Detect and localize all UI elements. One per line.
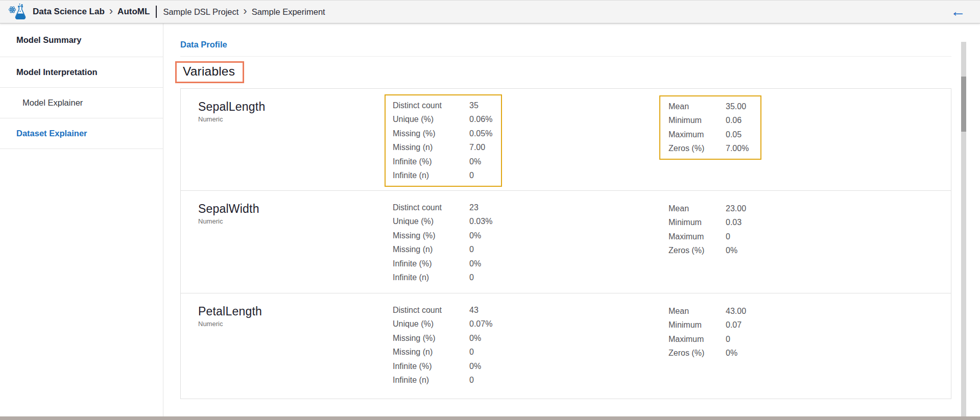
stat-label: Infinite (%) — [393, 362, 469, 371]
stat-label: Maximum — [668, 335, 726, 344]
stat-value: 0 — [469, 376, 474, 385]
summary-stats-group: Mean43.00 Minimum0.07 Maximum0 Zeros (%)… — [659, 300, 761, 364]
counts-stats-column: Distinct count43 Unique (%)0.07% Missing… — [385, 293, 659, 399]
chevron-right-icon: › — [109, 6, 113, 18]
vertical-scrollbar-track[interactable] — [961, 42, 966, 416]
stat-label: Unique (%) — [393, 319, 469, 329]
stat-value: 0% — [469, 259, 481, 268]
stat-value: 0% — [726, 246, 737, 255]
app-header: Data Science Lab › AutoML Sample DSL Pro… — [0, 0, 980, 23]
summary-stats-highlight-box: Mean35.00 Minimum0.06 Maximum0.05 Zeros … — [659, 95, 761, 160]
variable-name: SepalLength — [198, 100, 385, 114]
stat-label: Missing (n) — [393, 143, 469, 152]
stat-value: 0 — [726, 232, 730, 241]
stat-value: 0 — [469, 348, 474, 357]
variable-name: PetalLength — [198, 305, 385, 318]
variable-name: SepalWidth — [198, 202, 385, 216]
stat-label: Maximum — [668, 232, 726, 241]
counts-stats-column: Distinct count35 Unique (%)0.06% Missing… — [385, 89, 659, 190]
stat-value: 0% — [469, 231, 481, 240]
stat-value: 7.00% — [726, 144, 749, 153]
bottom-bar — [0, 416, 980, 420]
section-divider — [180, 56, 951, 57]
summary-stats-column: Mean35.00 Minimum0.06 Maximum0.05 Zeros … — [659, 89, 761, 190]
stat-value: 35.00 — [726, 102, 746, 111]
stat-value: 0.07 — [726, 320, 742, 330]
stat-label: Missing (%) — [393, 231, 469, 240]
stat-label: Infinite (%) — [393, 259, 469, 268]
stat-label: Maximum — [668, 130, 726, 139]
stat-value: 0.05 — [726, 130, 742, 139]
stat-value: 35 — [469, 101, 479, 110]
summary-stats-column: Mean23.00 Minimum0.03 Maximum0 Zeros (%)… — [659, 191, 761, 293]
variable-row-sepallength: SepalLength Numeric Distinct count35 Uni… — [181, 89, 951, 191]
tab-data-profile[interactable]: Data Profile — [180, 40, 227, 50]
counts-stats-column: Distinct count23 Unique (%)0.03% Missing… — [385, 191, 659, 293]
stat-value: 0 — [469, 245, 474, 254]
stat-label: Mean — [668, 102, 726, 111]
stat-label: Infinite (n) — [393, 273, 469, 282]
stat-value: 0% — [469, 362, 481, 371]
vertical-scrollbar-thumb[interactable] — [961, 77, 966, 132]
stat-label: Infinite (n) — [393, 376, 469, 385]
sidebar-item-model-interpretation[interactable]: Model Interpretation — [0, 57, 163, 88]
stat-value: 43.00 — [726, 307, 746, 316]
stat-label: Unique (%) — [393, 217, 469, 226]
summary-stats-column: Mean43.00 Minimum0.07 Maximum0 Zeros (%)… — [659, 293, 761, 399]
flask-atom-icon — [8, 3, 27, 20]
stat-value: 43 — [469, 306, 479, 315]
chevron-right-icon: › — [243, 6, 247, 18]
stat-label: Minimum — [668, 218, 726, 227]
sidebar: Model Summary Model Interpretation Model… — [0, 23, 163, 416]
variables-card: SepalLength Numeric Distinct count35 Uni… — [180, 88, 951, 399]
variable-type: Numeric — [198, 217, 385, 225]
stat-value: 0 — [469, 273, 474, 282]
stat-label: Infinite (n) — [393, 171, 469, 180]
stat-label: Infinite (%) — [393, 157, 469, 166]
counts-stats-group: Distinct count23 Unique (%)0.03% Missing… — [385, 196, 502, 289]
stat-value: 23 — [469, 203, 479, 212]
stat-label: Missing (%) — [393, 129, 469, 138]
main-content: Data Profile Variables SepalLength Numer… — [164, 23, 980, 416]
stat-value: 0.06 — [726, 116, 742, 125]
stat-label: Zeros (%) — [668, 246, 726, 255]
stat-label: Zeros (%) — [668, 144, 726, 153]
stat-value: 0 — [469, 171, 474, 180]
stat-value: 0.03 — [726, 218, 742, 227]
variable-row-sepalwidth: SepalWidth Numeric Distinct count23 Uniq… — [181, 191, 951, 293]
stat-label: Missing (n) — [393, 245, 469, 254]
stat-label: Missing (n) — [393, 348, 469, 357]
counts-stats-group: Distinct count43 Unique (%)0.07% Missing… — [385, 299, 502, 391]
variable-type: Numeric — [198, 320, 385, 328]
stat-value: 0.05% — [469, 129, 492, 138]
stat-value: 0% — [726, 349, 737, 358]
counts-stats-highlight-box: Distinct count35 Unique (%)0.06% Missing… — [385, 94, 502, 187]
app-logo[interactable] — [7, 2, 28, 21]
breadcrumb-module[interactable]: AutoML — [117, 7, 150, 17]
stat-value: 0 — [726, 335, 730, 344]
stat-label: Zeros (%) — [668, 349, 726, 358]
stat-label: Distinct count — [393, 203, 469, 212]
stat-value: 0.06% — [469, 115, 492, 124]
variables-section-title: Variables — [175, 61, 244, 83]
breadcrumb-app-title[interactable]: Data Science Lab — [33, 7, 105, 17]
breadcrumb-project[interactable]: Sample DSL Project — [163, 7, 238, 17]
summary-stats-group: Mean23.00 Minimum0.03 Maximum0 Zeros (%)… — [659, 197, 761, 262]
breadcrumb-experiment[interactable]: Sample Experiment — [252, 7, 325, 17]
breadcrumb-divider — [156, 6, 157, 18]
stat-label: Unique (%) — [393, 115, 469, 124]
stat-label: Minimum — [668, 116, 726, 125]
stat-value: 7.00 — [469, 143, 485, 152]
sidebar-item-model-summary[interactable]: Model Summary — [0, 23, 163, 57]
sidebar-item-dataset-explainer[interactable]: Dataset Explainer — [0, 118, 163, 149]
stat-value: 0% — [469, 334, 481, 343]
variable-name-column: PetalLength Numeric — [181, 293, 385, 399]
stat-value: 0.03% — [469, 217, 492, 226]
variable-name-column: SepalLength Numeric — [181, 89, 385, 190]
variable-row-petallength: PetalLength Numeric Distinct count43 Uni… — [181, 293, 951, 399]
back-arrow-icon[interactable]: ← — [950, 4, 966, 19]
sidebar-item-model-explainer[interactable]: Model Explainer — [0, 88, 163, 118]
stat-label: Mean — [668, 307, 726, 316]
stat-label: Distinct count — [393, 306, 469, 315]
stat-label: Mean — [668, 204, 726, 213]
